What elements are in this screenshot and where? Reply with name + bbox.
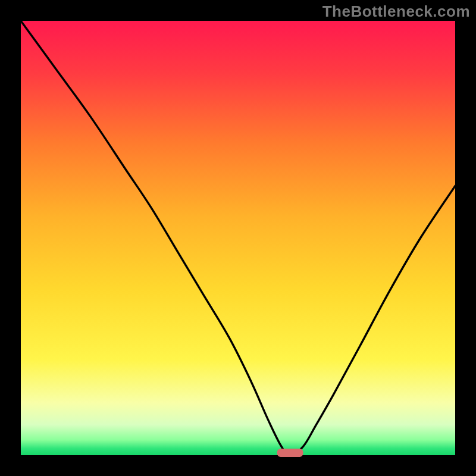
watermark-text: TheBottleneck.com — [322, 2, 470, 21]
bottleneck-chart: TheBottleneck.com — [0, 0, 476, 476]
plot-background — [21, 21, 455, 455]
chart-canvas — [0, 0, 476, 476]
optimal-marker — [277, 449, 303, 457]
